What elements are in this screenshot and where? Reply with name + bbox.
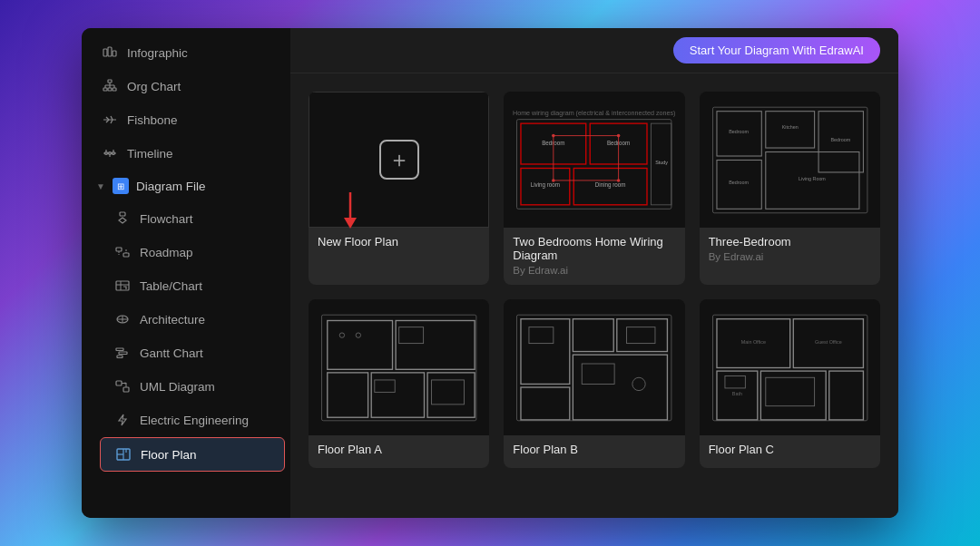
floor-plan-icon bbox=[115, 446, 132, 463]
app-window: Infographic Org Chart bbox=[82, 28, 898, 518]
svg-point-67 bbox=[552, 133, 555, 137]
sidebar-item-floor-plan[interactable]: Floor Plan bbox=[100, 437, 285, 472]
sidebar-section-diagram-file[interactable]: ▼ ⊞ Diagram File bbox=[82, 171, 290, 201]
svg-text:Dining room: Dining room bbox=[595, 181, 626, 189]
sidebar-item-infographic[interactable]: Infographic bbox=[87, 36, 285, 69]
svg-line-15 bbox=[111, 116, 113, 120]
sidebar-item-electric-label: Electric Engineering bbox=[140, 414, 249, 427]
svg-text:Bedroom: Bedroom bbox=[729, 180, 749, 185]
svg-rect-40 bbox=[123, 387, 129, 392]
sidebar-item-architecture-label: Architecture bbox=[140, 313, 205, 327]
topbar: Start Your Diagram With EdrawAI bbox=[290, 28, 898, 73]
sidebar-item-table-chart[interactable]: Table/Chart bbox=[100, 269, 285, 302]
new-floor-plan-thumb: ＋ bbox=[309, 92, 489, 228]
svg-rect-96 bbox=[617, 318, 668, 351]
plus-icon: ＋ bbox=[379, 140, 419, 180]
sidebar-item-fishbone[interactable]: Fishbone bbox=[87, 103, 285, 136]
svg-rect-108 bbox=[828, 371, 863, 420]
svg-rect-38 bbox=[117, 356, 122, 358]
template-grid: ＋ New Floor Plan Home wiring diagram (el bbox=[290, 73, 898, 518]
svg-rect-39 bbox=[116, 381, 122, 385]
sidebar: Infographic Org Chart bbox=[82, 28, 290, 518]
sidebar-item-org-chart[interactable]: Org Chart bbox=[87, 70, 285, 102]
svg-rect-6 bbox=[113, 88, 116, 91]
svg-rect-97 bbox=[573, 355, 668, 420]
template-title-floor-a: Floor Plan A bbox=[318, 443, 480, 456]
sidebar-item-uml[interactable]: UML Diagram bbox=[100, 370, 285, 403]
svg-rect-36 bbox=[116, 348, 123, 351]
template-title-wiring: Two Bedrooms Home Wiring Diagram bbox=[513, 235, 675, 262]
org-chart-icon bbox=[102, 78, 118, 94]
template-author-wiring: By Edraw.ai bbox=[513, 265, 675, 276]
template-info-floor-c: Floor Plan C bbox=[700, 435, 880, 468]
svg-rect-101 bbox=[583, 364, 615, 384]
svg-rect-107 bbox=[760, 371, 826, 420]
template-thumb-floor-b bbox=[504, 299, 684, 435]
sidebar-item-gantt[interactable]: Gantt Chart bbox=[100, 336, 285, 369]
sidebar-item-infographic-label: Infographic bbox=[127, 46, 188, 60]
new-floor-plan-label: New Floor Plan bbox=[309, 228, 489, 258]
template-card-floor-a[interactable]: Floor Plan A bbox=[309, 299, 489, 468]
sidebar-item-electric[interactable]: Electric Engineering bbox=[100, 404, 285, 436]
new-floor-plan-card[interactable]: ＋ New Floor Plan bbox=[309, 92, 489, 285]
sidebar-item-timeline-label: Timeline bbox=[127, 147, 173, 161]
template-card-floor-c[interactable]: Main Office Guest Office Bath Floor Plan… bbox=[700, 299, 880, 468]
fishbone-icon bbox=[102, 112, 118, 128]
flowchart-icon bbox=[114, 210, 131, 227]
svg-line-44 bbox=[125, 384, 126, 385]
svg-point-89 bbox=[356, 332, 360, 336]
svg-rect-90 bbox=[399, 327, 424, 343]
svg-text:Study: Study bbox=[656, 159, 669, 164]
sidebar-item-roadmap[interactable]: Roadmap bbox=[100, 236, 285, 268]
sidebar-section-diagram-file-label: Diagram File bbox=[136, 180, 206, 193]
svg-rect-95 bbox=[573, 318, 614, 351]
svg-text:Main Office: Main Office bbox=[740, 338, 765, 344]
svg-text:Bath: Bath bbox=[731, 390, 741, 395]
svg-rect-91 bbox=[375, 379, 395, 391]
svg-point-88 bbox=[339, 332, 344, 336]
svg-text:Bedroom: Bedroom bbox=[729, 128, 749, 133]
template-info-floor-b: Floor Plan B bbox=[504, 435, 684, 468]
ai-button[interactable]: Start Your Diagram With EdrawAI bbox=[673, 37, 880, 63]
svg-rect-0 bbox=[103, 49, 107, 56]
red-arrow bbox=[337, 192, 364, 229]
template-card-floor-b[interactable]: Floor Plan B bbox=[504, 299, 684, 468]
svg-point-69 bbox=[552, 179, 555, 182]
sidebar-item-org-chart-label: Org Chart bbox=[127, 80, 181, 93]
sidebar-item-uml-label: UML Diagram bbox=[140, 380, 215, 394]
svg-point-102 bbox=[632, 377, 645, 390]
svg-point-70 bbox=[617, 179, 621, 182]
svg-rect-2 bbox=[113, 51, 116, 56]
svg-rect-98 bbox=[521, 387, 570, 420]
chevron-down-icon: ▼ bbox=[96, 181, 105, 191]
svg-marker-50 bbox=[344, 218, 357, 229]
svg-rect-1 bbox=[108, 47, 112, 56]
sidebar-item-table-chart-label: Table/Chart bbox=[140, 279, 202, 293]
sidebar-item-flowchart-label: Flowchart bbox=[140, 212, 193, 226]
timeline-icon bbox=[102, 145, 118, 161]
sidebar-item-architecture[interactable]: Architecture bbox=[100, 303, 285, 336]
svg-rect-3 bbox=[108, 80, 112, 83]
template-card-wiring[interactable]: Home wiring diagram (electrical & interc… bbox=[504, 92, 684, 285]
svg-rect-93 bbox=[517, 315, 671, 421]
roadmap-icon bbox=[114, 244, 131, 260]
sidebar-section-children: Flowchart Roadmap bbox=[94, 202, 290, 472]
svg-text:Guest Office: Guest Office bbox=[815, 338, 842, 344]
template-thumb-floor-a bbox=[309, 299, 489, 435]
architecture-icon bbox=[114, 311, 131, 327]
svg-rect-92 bbox=[432, 379, 465, 404]
table-chart-icon bbox=[114, 278, 131, 294]
svg-rect-94 bbox=[521, 318, 570, 384]
sidebar-item-flowchart[interactable]: Flowchart bbox=[100, 202, 285, 235]
template-info-floor-a: Floor Plan A bbox=[309, 435, 489, 468]
svg-rect-4 bbox=[103, 88, 107, 91]
svg-rect-5 bbox=[108, 88, 112, 91]
sidebar-item-timeline[interactable]: Timeline bbox=[87, 137, 285, 170]
svg-rect-87 bbox=[427, 372, 475, 416]
svg-rect-24 bbox=[120, 212, 125, 216]
sidebar-item-gantt-label: Gantt Chart bbox=[140, 346, 203, 360]
template-info-wiring: Two Bedrooms Home Wiring Diagram By Edra… bbox=[504, 228, 684, 285]
sidebar-item-floor-plan-label: Floor Plan bbox=[141, 448, 197, 462]
template-card-three-bed[interactable]: Bedroom Bedroom Kitchen Bedroom Living R… bbox=[700, 92, 880, 285]
sidebar-item-fishbone-label: Fishbone bbox=[127, 113, 178, 127]
